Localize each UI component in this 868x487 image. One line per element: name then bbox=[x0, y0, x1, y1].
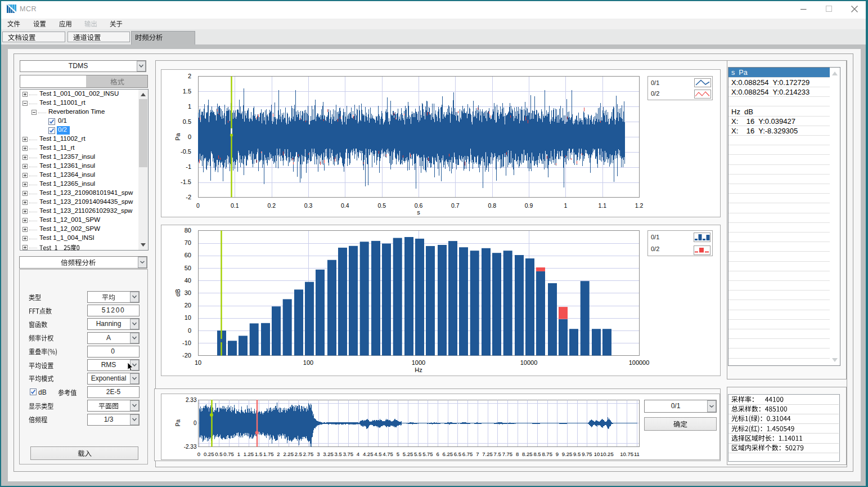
svg-text:4.5: 4.5 bbox=[374, 451, 381, 457]
svg-text:6.75: 6.75 bbox=[462, 451, 473, 457]
svg-text:7.75: 7.75 bbox=[502, 451, 513, 457]
svg-text:0.25: 0.25 bbox=[204, 451, 214, 457]
svg-text:dB: dB bbox=[174, 289, 181, 296]
svg-text:9: 9 bbox=[556, 451, 559, 457]
svg-text:0.9: 0.9 bbox=[525, 202, 533, 209]
svg-text:40: 40 bbox=[185, 277, 191, 284]
svg-text:0.3: 0.3 bbox=[304, 202, 313, 209]
svg-text:10.75: 10.75 bbox=[620, 451, 633, 457]
svg-text:9.5: 9.5 bbox=[573, 451, 581, 457]
svg-text:60: 60 bbox=[185, 252, 191, 258]
svg-text:4.25: 4.25 bbox=[363, 451, 374, 457]
svg-text:2.75: 2.75 bbox=[303, 451, 314, 457]
svg-text:8: 8 bbox=[516, 451, 519, 457]
svg-text:0.5: 0.5 bbox=[377, 202, 386, 209]
svg-text:2.5: 2.5 bbox=[295, 451, 302, 457]
svg-text:1.1: 1.1 bbox=[598, 202, 606, 209]
svg-text:50: 50 bbox=[185, 265, 191, 271]
svg-text:6.25: 6.25 bbox=[443, 451, 453, 457]
svg-text:1: 1 bbox=[564, 202, 567, 209]
svg-text:10: 10 bbox=[594, 451, 600, 457]
svg-text:0.5: 0.5 bbox=[183, 118, 191, 125]
svg-text:0: 0 bbox=[188, 133, 191, 140]
svg-text:0.1: 0.1 bbox=[231, 202, 239, 209]
svg-text:7: 7 bbox=[476, 451, 479, 457]
svg-text:10000: 10000 bbox=[520, 359, 538, 366]
svg-text:-2: -2 bbox=[186, 194, 191, 200]
svg-text:5: 5 bbox=[397, 451, 399, 457]
svg-text:Hz: Hz bbox=[415, 367, 422, 373]
svg-text:1.2: 1.2 bbox=[635, 202, 644, 209]
svg-text:0.75: 0.75 bbox=[223, 451, 234, 457]
svg-text:-0.5: -0.5 bbox=[181, 148, 191, 155]
svg-text:-1: -1 bbox=[186, 163, 191, 170]
svg-text:0.6: 0.6 bbox=[415, 202, 423, 209]
svg-text:0: 0 bbox=[196, 202, 200, 209]
svg-text:3: 3 bbox=[317, 451, 320, 457]
svg-text:0: 0 bbox=[194, 420, 197, 426]
svg-text:4: 4 bbox=[357, 451, 359, 457]
svg-text:7.5: 7.5 bbox=[494, 451, 501, 457]
svg-text:5.75: 5.75 bbox=[422, 451, 433, 457]
svg-text:1000: 1000 bbox=[412, 359, 425, 366]
svg-text:s: s bbox=[417, 209, 420, 216]
svg-text:1: 1 bbox=[188, 103, 191, 110]
svg-text:2: 2 bbox=[188, 73, 191, 79]
svg-text:70: 70 bbox=[185, 239, 191, 246]
svg-text:7.25: 7.25 bbox=[482, 451, 493, 457]
svg-text:6: 6 bbox=[436, 451, 439, 457]
svg-text:10: 10 bbox=[195, 359, 201, 366]
svg-text:2.33: 2.33 bbox=[186, 397, 197, 403]
svg-text:100: 100 bbox=[303, 359, 313, 366]
svg-text:10: 10 bbox=[185, 314, 191, 321]
svg-text:0.4: 0.4 bbox=[341, 202, 349, 209]
svg-text:0.5: 0.5 bbox=[215, 451, 222, 457]
svg-text:11: 11 bbox=[634, 451, 640, 457]
svg-text:9.75: 9.75 bbox=[582, 451, 592, 457]
svg-text:80: 80 bbox=[185, 227, 191, 234]
svg-text:-1.5: -1.5 bbox=[181, 178, 191, 185]
svg-text:-2.33: -2.33 bbox=[184, 444, 197, 450]
svg-text:100000: 100000 bbox=[629, 359, 650, 366]
svg-text:2.25: 2.25 bbox=[283, 451, 294, 457]
svg-text:0: 0 bbox=[197, 451, 200, 457]
svg-text:10.25: 10.25 bbox=[600, 451, 614, 457]
svg-text:2: 2 bbox=[277, 451, 280, 457]
svg-text:1.5: 1.5 bbox=[255, 451, 262, 457]
svg-text:Pa: Pa bbox=[174, 132, 181, 140]
svg-text:0: 0 bbox=[188, 327, 191, 334]
svg-text:20: 20 bbox=[185, 302, 191, 309]
svg-text:4.75: 4.75 bbox=[383, 451, 393, 457]
svg-text:9.25: 9.25 bbox=[562, 451, 573, 457]
svg-text:5.25: 5.25 bbox=[403, 451, 413, 457]
svg-text:8.5: 8.5 bbox=[533, 451, 541, 457]
svg-text:5.5: 5.5 bbox=[414, 451, 421, 457]
svg-text:8.75: 8.75 bbox=[542, 451, 552, 457]
svg-text:-10: -10 bbox=[182, 339, 191, 346]
svg-text:1.75: 1.75 bbox=[263, 451, 274, 457]
svg-text:8.25: 8.25 bbox=[522, 451, 533, 457]
svg-text:1: 1 bbox=[237, 451, 240, 457]
svg-text:30: 30 bbox=[185, 289, 191, 296]
svg-text:0.7: 0.7 bbox=[451, 202, 460, 209]
svg-text:6.5: 6.5 bbox=[454, 451, 461, 457]
svg-text:-20: -20 bbox=[182, 352, 191, 359]
svg-text:0.2: 0.2 bbox=[267, 202, 276, 209]
svg-text:3.5: 3.5 bbox=[335, 451, 342, 457]
svg-text:1.25: 1.25 bbox=[244, 451, 254, 457]
svg-text:3.25: 3.25 bbox=[323, 451, 334, 457]
svg-text:Pa: Pa bbox=[175, 419, 181, 426]
svg-text:3.75: 3.75 bbox=[343, 451, 354, 457]
svg-text:0.8: 0.8 bbox=[488, 202, 496, 209]
svg-text:1.5: 1.5 bbox=[183, 88, 191, 95]
